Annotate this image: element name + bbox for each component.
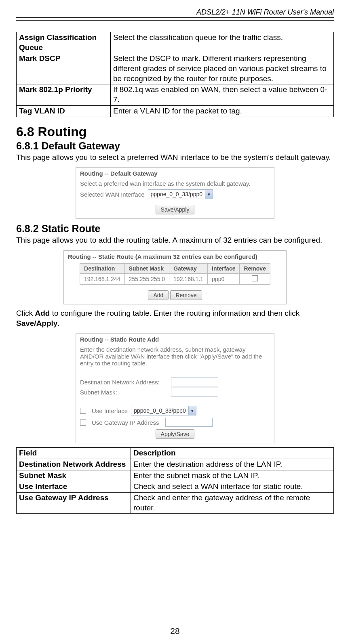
select-value: pppoe_0_0_33/ppp0 — [134, 407, 186, 414]
cell: 255.255.255.0 — [124, 273, 169, 284]
col-header: Interface — [208, 263, 240, 273]
save-apply-button[interactable]: Save/Apply — [156, 205, 195, 214]
chevron-down-icon: ▼ — [205, 190, 213, 199]
wan-interface-select[interactable]: pppoe_0_0_33/ppp0 ▼ — [148, 189, 213, 199]
cell-desc: Enter a VLAN ID for the packet to tag. — [111, 105, 334, 117]
remove-button[interactable]: Remove — [170, 290, 202, 300]
static-route-add-panel: Routing -- Static Route Add Enter the de… — [76, 333, 274, 443]
col-header: Field — [17, 448, 131, 459]
static-route-table: Destination Subnet Mask Gateway Interfac… — [80, 263, 270, 285]
panel-text: Select a preferred wan interface as the … — [80, 180, 270, 187]
chevron-down-icon: ▼ — [188, 406, 196, 415]
page-number: 28 — [0, 626, 350, 636]
static-route-field-table: Field Description Destination Network Ad… — [16, 447, 334, 514]
instruction-text: Click Add to configure the routing table… — [16, 308, 334, 328]
cell-desc: Select the classification queue for the … — [111, 32, 334, 53]
col-header: Subnet Mask — [124, 263, 169, 273]
section-heading-6-8-2: 6.8.2 Static Route — [16, 223, 334, 235]
use-interface-checkbox[interactable] — [80, 408, 86, 414]
table-row: Mark 802.1p Priority If 802.1q was enabl… — [17, 84, 334, 105]
table-row: Mark DSCP Select the DSCP to mark. Diffe… — [17, 53, 334, 84]
table-row: Subnet Mask Enter the subnet mask of the… — [17, 470, 334, 481]
cell-label: Use Gateway IP Address — [17, 493, 131, 514]
use-gateway-checkbox[interactable] — [80, 420, 86, 426]
cell: 192.168.1.1 — [169, 273, 208, 284]
header-rule — [16, 20, 334, 21]
cell-desc: Check and enter the gateway address of t… — [131, 493, 334, 514]
cell-desc: Enter the destination address of the LAN… — [131, 459, 334, 470]
panel-text: Enter the destination network address, s… — [80, 346, 270, 367]
panel-title: Routing -- Static Route Add — [80, 336, 270, 343]
dest-network-input[interactable] — [171, 378, 218, 386]
cell: ppp0 — [208, 273, 240, 284]
default-gateway-panel: Routing -- Default Gateway Select a pref… — [76, 167, 274, 219]
cell-label: Mark 802.1p Priority — [17, 84, 111, 105]
col-header: Description — [131, 448, 334, 459]
table-row: Use Interface Check and select a WAN int… — [17, 481, 334, 493]
use-interface-label: Use Interface — [92, 407, 128, 414]
add-button[interactable]: Add — [148, 290, 169, 300]
body-text: This page allows you to add the routing … — [16, 235, 334, 245]
subnet-mask-input[interactable] — [171, 388, 218, 396]
apply-save-button[interactable]: Apply/Save — [156, 429, 195, 439]
cell-label: Destination Network Address — [17, 459, 131, 470]
gateway-ip-input[interactable] — [165, 418, 213, 427]
cell-label: Assign Classification Queue — [17, 32, 111, 53]
cell-desc: If 802.1q was enabled on WAN, then selec… — [111, 84, 334, 105]
table-row: Tag VLAN ID Enter a VLAN ID for the pack… — [17, 105, 334, 117]
cell-label: Subnet Mask — [17, 470, 131, 481]
select-value: pppoe_0_0_33/ppp0 — [151, 191, 202, 197]
panel-title: Routing -- Static Route (A maximum 32 en… — [68, 253, 282, 260]
col-header: Gateway — [169, 263, 208, 273]
remove-checkbox[interactable] — [252, 275, 258, 281]
cell: 192.168.1.244 — [80, 273, 125, 284]
col-header: Destination — [80, 263, 125, 273]
table-row: 192.168.1.244 255.255.255.0 192.168.1.1 … — [80, 273, 270, 284]
use-interface-select[interactable]: pppoe_0_0_33/ppp0 ▼ — [131, 406, 196, 415]
col-header: Remove — [240, 263, 270, 273]
cell-label: Use Interface — [17, 481, 131, 493]
static-route-panel: Routing -- Static Route (A maximum 32 en… — [63, 250, 287, 304]
cell-desc: Enter the subnet mask of the LAN IP. — [131, 470, 334, 481]
doc-header: ADSL2/2+ 11N WiFi Router User's Manual — [16, 8, 334, 18]
panel-title: Routing -- Default Gateway — [80, 170, 270, 177]
cell-desc: Check and select a WAN interface for sta… — [131, 481, 334, 493]
body-text: This page allows you to select a preferr… — [16, 153, 334, 163]
section-heading-6-8: 6.8 Routing — [16, 124, 334, 139]
table-row: Destination Network Address Enter the de… — [17, 459, 334, 470]
cell-desc: Select the DSCP to mark. Different marke… — [111, 53, 334, 84]
classification-table: Assign Classification Queue Select the c… — [16, 32, 334, 117]
table-row: Assign Classification Queue Select the c… — [17, 32, 334, 53]
cell-label: Tag VLAN ID — [17, 105, 111, 117]
dest-network-label: Destination Network Address: — [80, 379, 171, 386]
selected-wan-label: Selected WAN Interface — [80, 191, 145, 198]
use-gateway-label: Use Gateway IP Address — [92, 419, 159, 426]
subnet-mask-label: Subnet Mask: — [80, 389, 171, 396]
table-row: Field Description — [17, 448, 334, 459]
cell-label: Mark DSCP — [17, 53, 111, 84]
section-heading-6-8-1: 6.8.1 Default Gateway — [16, 140, 334, 152]
table-row: Use Gateway IP Address Check and enter t… — [17, 493, 334, 514]
remove-cell — [240, 273, 270, 284]
